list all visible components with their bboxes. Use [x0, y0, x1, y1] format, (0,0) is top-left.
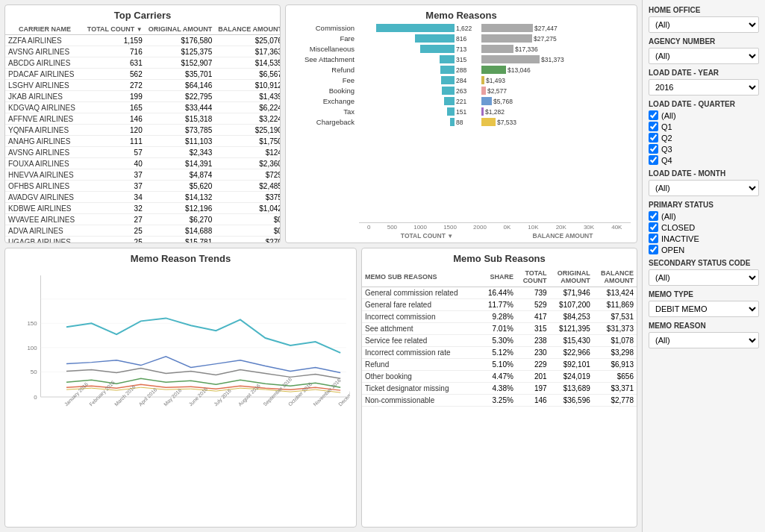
memo-type-label: MEMO TYPE: [649, 290, 759, 298]
bar-label: Fee: [292, 76, 359, 84]
secondary-status-select[interactable]: (All): [649, 269, 759, 286]
table-cell: 37: [84, 181, 146, 192]
table-row: ANAHG AIRLINES111$11,103$1,750: [5, 136, 280, 147]
table-cell: 5.12%: [481, 347, 516, 359]
svg-text:May 2016: May 2016: [163, 387, 183, 407]
load-date-year-label: LOAD DATE - YEAR: [649, 69, 759, 77]
table-cell: 34: [84, 192, 146, 203]
table-cell: 197: [516, 383, 550, 395]
axis-0: 0: [367, 224, 370, 231]
table-cell: $107,200: [550, 299, 593, 311]
table-cell: $22,795: [146, 91, 216, 102]
checkbox-input[interactable]: [649, 234, 658, 243]
table-cell: UGAGB AIRLINES: [5, 237, 84, 243]
svg-text:100: 100: [27, 345, 37, 351]
col-original: ORIGINAL AMOUNT: [146, 24, 216, 35]
table-cell: $656: [593, 371, 637, 383]
count-bar: [376, 24, 455, 32]
count-bar: [440, 66, 455, 74]
primary-status-checkbox-group: (All)CLOSEDINACTIVEOPEN: [649, 211, 759, 254]
primary-status-label: PRIMARY STATUS: [649, 201, 759, 209]
table-cell: LSGHV AIRLINES: [5, 80, 84, 91]
table-cell: $25,076: [215, 35, 280, 46]
memo-reasons-panel: Memo Reasons Commission1,622$27,447Fare8…: [285, 4, 637, 243]
table-cell: $64,146: [146, 80, 216, 91]
top-carriers-title: Top Carriers: [5, 5, 280, 24]
table-cell: PDACAF AIRLINES: [5, 69, 84, 80]
bar-label: See Attachment: [292, 55, 359, 63]
memo-reason-select[interactable]: (All): [649, 332, 759, 348]
table-cell: 3.25%: [481, 395, 516, 407]
count-bar: [415, 34, 455, 43]
checkbox-input[interactable]: [649, 144, 658, 154]
table-cell: 199: [84, 91, 146, 102]
checkbox-input[interactable]: [649, 155, 658, 165]
table-cell: $14,688: [146, 225, 216, 237]
table-cell: $6,224: [215, 102, 280, 113]
agency-number-select[interactable]: (All): [649, 48, 759, 64]
checkbox-input[interactable]: [649, 222, 658, 232]
checkbox-input[interactable]: [649, 110, 658, 120]
checkbox-input[interactable]: [649, 245, 658, 254]
table-cell: 529: [516, 299, 550, 311]
bar-label: Miscellaneous: [292, 45, 359, 53]
amount-value: $1,493: [486, 77, 505, 84]
table-cell: $124: [215, 147, 280, 158]
table-cell: $6,270: [146, 214, 216, 225]
bar-label: Commission: [292, 24, 359, 32]
count-value: 151: [456, 108, 478, 116]
count-bar: [442, 87, 455, 95]
table-cell: 315: [516, 323, 550, 335]
table-row: ZZFA AIRLINES1,159$176,580$25,076: [5, 35, 280, 46]
table-cell: $22,966: [550, 347, 593, 359]
svg-text:150: 150: [27, 320, 37, 327]
table-cell: $7,531: [593, 311, 637, 323]
table-cell: $729: [215, 169, 280, 181]
axis-1500: 1500: [443, 224, 457, 231]
table-row: FOUXA AIRLINES40$14,391$2,360: [5, 158, 280, 169]
agency-number-filter: AGENCY NUMBER (All): [649, 37, 759, 64]
table-cell: $6,567: [215, 69, 280, 80]
checkbox-label: OPEN: [661, 245, 684, 254]
load-date-month-select[interactable]: (All): [649, 180, 759, 196]
top-carriers-panel: Top Carriers CARRIER NAME TOTAL COUNT ▼ …: [4, 4, 281, 243]
axis-20k: 20K: [556, 224, 566, 231]
checkbox-item: (All): [649, 110, 759, 120]
table-cell: Other booking: [362, 371, 481, 383]
bar-row: Chargeback88$7,533: [292, 118, 631, 126]
bar-row: Fee284$1,493: [292, 76, 631, 84]
table-cell: 230: [516, 347, 550, 359]
table-cell: $1,078: [593, 335, 637, 347]
col-count: TOTAL COUNT ▼: [84, 24, 146, 35]
left-area: Top Carriers CARRIER NAME TOTAL COUNT ▼ …: [0, 0, 642, 532]
table-cell: 120: [84, 125, 146, 136]
amount-bar: [481, 118, 496, 126]
checkbox-input[interactable]: [649, 122, 658, 131]
bar-row: Tax151$1,282: [292, 107, 631, 116]
table-cell: 1,159: [84, 35, 146, 46]
table-row: OFHBS AIRLINES37$5,620$2,485: [5, 181, 280, 192]
bar-row: Booking263$2,577: [292, 87, 631, 95]
count-bar: [450, 118, 455, 126]
table-row: ADVA AIRLINES25$14,688$0: [5, 225, 280, 237]
table-cell: JKAB AIRLINES: [5, 91, 84, 102]
checkbox-input[interactable]: [649, 133, 658, 143]
home-office-select[interactable]: (All): [649, 16, 759, 33]
table-cell: $14,132: [146, 192, 216, 203]
table-cell: ABCDG AIRLINES: [5, 57, 84, 69]
checkbox-input[interactable]: [649, 211, 658, 221]
table-cell: 562: [84, 69, 146, 80]
bar-label: Booking: [292, 87, 359, 95]
table-cell: 11.77%: [481, 299, 516, 311]
table-cell: 272: [84, 80, 146, 91]
memo-type-select[interactable]: DEBIT MEMO: [649, 301, 759, 317]
amount-bar: [481, 55, 540, 63]
table-cell: AVADGV AIRLINES: [5, 192, 84, 203]
table-cell: $2,360: [215, 158, 280, 169]
table-cell: 32: [84, 203, 146, 214]
svg-text:February 2016: February 2016: [88, 380, 116, 407]
load-date-year-select[interactable]: 2016: [649, 79, 759, 96]
table-cell: 716: [84, 46, 146, 57]
count-value: 288: [456, 66, 478, 74]
sub-col-share: SHARE: [481, 267, 516, 287]
